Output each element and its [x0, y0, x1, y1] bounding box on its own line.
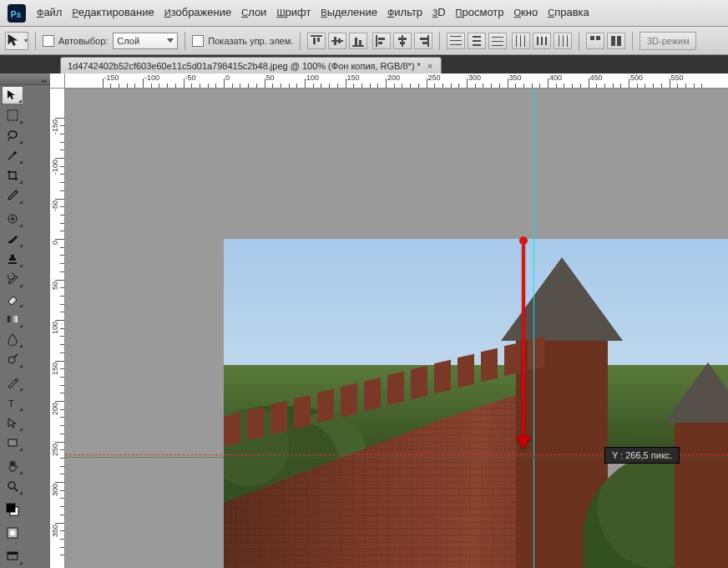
svg-rect-10: [7, 504, 15, 512]
dist-left-icon[interactable]: [512, 33, 530, 49]
divider: [439, 32, 440, 50]
3d-mode-label: 3D-режим: [647, 36, 690, 46]
history-brush-tool[interactable]: [2, 270, 23, 288]
zoom-tool[interactable]: [2, 477, 23, 495]
photoshop-logo: Ps: [5, 3, 28, 23]
svg-point-5: [8, 357, 15, 363]
menu-выделение[interactable]: Выделение: [316, 3, 382, 23]
svg-point-8: [8, 482, 15, 489]
screen-mode[interactable]: [2, 547, 23, 565]
close-icon[interactable]: ×: [426, 62, 434, 70]
fg-bg-swatch[interactable]: [2, 500, 23, 519]
quick-mask[interactable]: [2, 524, 23, 542]
divider: [579, 32, 579, 50]
magic-wand-tool[interactable]: [2, 146, 23, 165]
svg-rect-4: [8, 316, 18, 322]
canvas-area: -150-100-5005010015020025030035040045050…: [50, 74, 728, 568]
menu-bar: Ps ФайлРедактированиеИзображениеСлоиШриф…: [0, 0, 728, 27]
align-hcenter-icon[interactable]: [393, 33, 412, 49]
show-transform-controls-label: Показать упр. элем.: [208, 36, 293, 46]
auto-select-checkbox[interactable]: Автовыбор:: [43, 35, 108, 47]
annotation-arrow: [522, 239, 525, 448]
vertical-ruler[interactable]: -150-100-50050100150200250300350: [50, 89, 65, 568]
align-vcenter-icon[interactable]: [328, 33, 346, 49]
svg-point-12: [10, 530, 15, 535]
toolbox-panel: T: [0, 74, 50, 568]
vertical-guide[interactable]: [533, 89, 534, 568]
menu-фильтр[interactable]: Фильтр: [382, 3, 427, 23]
document-tab-strip: 1d4742402b52cf603e60e11c5d01a798415c2b48…: [0, 55, 728, 74]
document-image: [224, 239, 728, 568]
gradient-tool[interactable]: [2, 310, 23, 328]
dist-top-icon[interactable]: [447, 33, 465, 49]
divider: [35, 32, 36, 50]
align-top-icon[interactable]: [307, 33, 326, 49]
brush-tool[interactable]: [2, 230, 23, 248]
canvas[interactable]: Y : 266,5 пикс.: [65, 89, 728, 568]
svg-rect-7: [8, 439, 17, 446]
menu-шрифт[interactable]: Шрифт: [271, 3, 316, 23]
dist-hcenter-icon[interactable]: [533, 33, 551, 49]
marquee-tool[interactable]: [2, 106, 23, 124]
dist-vcenter-icon[interactable]: [468, 33, 486, 49]
auto-select-label: Автовыбор:: [58, 36, 108, 46]
svg-rect-14: [8, 552, 18, 555]
eyedropper-tool[interactable]: [2, 186, 23, 205]
align-right-icon[interactable]: [414, 33, 432, 49]
horizontal-ruler[interactable]: -150-100-5005010015020025030035040045050…: [65, 74, 728, 89]
distribute-group-1: [447, 33, 507, 49]
align-left-icon[interactable]: [372, 33, 391, 49]
chevron-down-icon: [167, 38, 174, 43]
menu-просмотр[interactable]: Просмотр: [451, 3, 509, 23]
menu-изображение[interactable]: Изображение: [159, 3, 236, 23]
menu-окно[interactable]: Окно: [509, 3, 543, 23]
show-transform-controls-checkbox[interactable]: Показать упр. элем.: [192, 35, 293, 47]
auto-select-target-value: Слой: [117, 36, 139, 46]
dist-right-icon[interactable]: [554, 33, 572, 49]
align-bottom-icon[interactable]: [349, 33, 367, 49]
document-tab-title: 1d4742402b52cf603e60e11c5d01a798415c2b48…: [68, 61, 421, 71]
coordinate-tooltip-text: Y : 266,5 пикс.: [612, 450, 672, 460]
svg-text:Ps: Ps: [11, 9, 22, 18]
dist-bottom-icon[interactable]: [488, 33, 507, 49]
coordinate-tooltip: Y : 266,5 пикс.: [604, 447, 680, 464]
hand-tool[interactable]: [2, 457, 23, 475]
eraser-tool[interactable]: [2, 290, 23, 308]
lasso-tool[interactable]: [2, 126, 23, 145]
menu-редактирование[interactable]: Редактирование: [67, 3, 159, 23]
dodge-tool[interactable]: [2, 350, 23, 368]
auto-align-2-icon[interactable]: [607, 33, 625, 49]
auto-align-icon[interactable]: [586, 33, 604, 49]
svg-text:T: T: [8, 398, 14, 408]
3d-mode-button[interactable]: 3D-режим: [640, 32, 696, 50]
toolbox-collapse-handle[interactable]: [0, 74, 50, 85]
blur-tool[interactable]: [2, 330, 23, 348]
divider: [185, 32, 185, 50]
rectangle-tool[interactable]: [2, 434, 23, 452]
pen-tool[interactable]: [2, 373, 23, 392]
distribute-group-2: [512, 33, 572, 49]
path-select-tool[interactable]: [2, 413, 23, 432]
options-bar: ▾ Автовыбор: Слой Показать упр. элем.: [0, 27, 728, 55]
align-group-1: [307, 33, 367, 49]
menu-справка[interactable]: Справка: [543, 3, 594, 23]
auto-select-target-dropdown[interactable]: Слой: [113, 33, 178, 49]
ruler-origin[interactable]: [50, 74, 65, 89]
type-tool[interactable]: T: [2, 393, 23, 412]
divider: [632, 32, 633, 50]
image-tower: [675, 414, 728, 568]
workspace: T -150-100-50050100150200250300350400450…: [0, 74, 728, 568]
svg-rect-2: [8, 110, 18, 120]
stamp-tool[interactable]: [2, 250, 23, 268]
crop-tool[interactable]: [2, 166, 23, 185]
menu-3d[interactable]: 3D: [427, 3, 451, 23]
menu-слои[interactable]: Слои: [236, 3, 271, 23]
divider: [300, 32, 301, 50]
active-tool-icon[interactable]: ▾: [5, 32, 28, 50]
spot-heal-tool[interactable]: [2, 210, 23, 228]
document-tab[interactable]: 1d4742402b52cf603e60e11c5d01a798415c2b48…: [60, 57, 442, 74]
auto-align-group: [586, 33, 625, 49]
move-tool[interactable]: [2, 86, 23, 104]
align-group-2: [372, 33, 432, 49]
menu-файл[interactable]: Файл: [32, 3, 67, 23]
